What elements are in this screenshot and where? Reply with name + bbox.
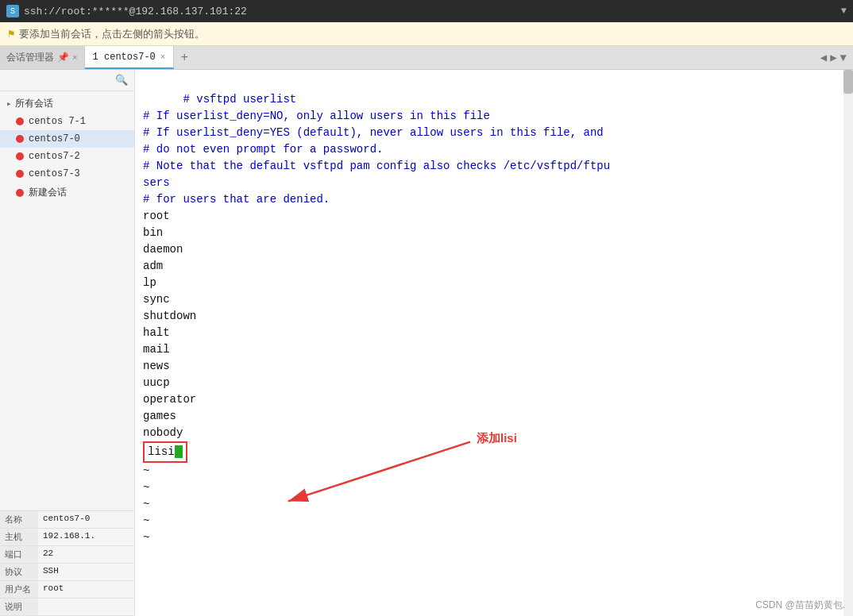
session-name: centos 7-1	[29, 116, 86, 127]
terminal-line: mail	[143, 343, 170, 356]
sidebar-search: 🔍	[0, 70, 134, 91]
info-value-host: 192.168.1.	[38, 529, 100, 545]
notification-icon: ⚑	[8, 27, 14, 40]
notification-text: 要添加当前会话，点击左侧的箭头按钮。	[19, 27, 205, 41]
terminal-line: # If userlist_deny=NO, only allow users …	[143, 110, 490, 122]
info-label-username: 用户名	[0, 581, 38, 598]
terminal-line: sync	[143, 293, 170, 306]
terminal-line: nobody	[143, 426, 183, 439]
tab-menu-icon[interactable]: ▼	[840, 52, 847, 64]
session-manager-tab[interactable]: 会话管理器 📌 ×	[0, 46, 85, 69]
info-label-desc: 说明	[0, 599, 38, 615]
input-box[interactable]: lisi	[143, 441, 187, 463]
info-value-desc	[38, 599, 48, 615]
session-status-dot	[16, 152, 24, 160]
tab-nav-right: ◀ ▶ ▼	[820, 51, 853, 64]
terminal-line: halt	[143, 326, 170, 339]
terminal-line: daemon	[143, 243, 183, 256]
scrollbar-thumb[interactable]	[843, 70, 853, 94]
sidebar-item-centos73[interactable]: centos7-3	[0, 165, 134, 183]
terminal-line: uucp	[143, 376, 170, 389]
terminal-line: # Note that the default vsftpd pam confi…	[143, 160, 610, 189]
info-row-port: 端口 22	[0, 546, 134, 564]
info-row-protocol: 协议 SSH	[0, 564, 134, 581]
terminal-line: # do not even prompt for a password.	[143, 143, 383, 156]
terminal-tilde: ~	[143, 464, 149, 477]
info-label-host: 主机	[0, 529, 38, 545]
info-value-protocol: SSH	[38, 564, 64, 580]
sidebar-item-centos72[interactable]: centos7-2	[0, 148, 134, 165]
active-tab-label: 1 centos7-0	[93, 52, 156, 63]
add-tab-button[interactable]: +	[174, 46, 195, 69]
cursor	[175, 445, 183, 458]
terminal-line: # If userlist_deny=YES (default), never …	[143, 126, 604, 139]
search-icon: 🔍	[115, 74, 128, 87]
terminal-line: games	[143, 410, 176, 422]
active-tab-close[interactable]: ×	[160, 52, 166, 62]
title-bar-text: ssh://root:******@192.168.137.101:22	[24, 6, 247, 17]
notification-bar: ⚑ 要添加当前会话，点击左侧的箭头按钮。	[0, 22, 853, 46]
terminal-line: bin	[143, 226, 163, 239]
session-status-dot	[16, 135, 24, 143]
info-row-host: 主机 192.168.1.	[0, 529, 134, 546]
session-manager-close[interactable]: ×	[72, 53, 78, 63]
info-label-protocol: 协议	[0, 564, 38, 580]
title-bar-left: S ssh://root:******@192.168.137.101:22	[6, 5, 247, 17]
group-expand-icon: ▸	[6, 98, 12, 109]
info-row-username: 用户名 root	[0, 581, 134, 599]
all-sessions-header[interactable]: ▸ 所有会话	[0, 94, 134, 113]
session-name: centos7-2	[29, 151, 80, 162]
session-status-dot	[16, 170, 24, 178]
terminal-tilde: ~	[143, 498, 149, 510]
search-input[interactable]	[6, 75, 115, 86]
info-row-name: 名称 centos7-0	[0, 511, 134, 529]
info-panel: 名称 centos7-0 主机 192.168.1. 端口 22 协议 SSH …	[0, 510, 135, 616]
scrollbar-vertical[interactable]	[843, 70, 853, 616]
info-label-name: 名称	[0, 511, 38, 528]
terminal-line: adm	[143, 260, 163, 272]
terminal-tilde: ~	[143, 514, 149, 527]
session-status-dot	[16, 189, 24, 197]
terminal-area: # vsftpd userlist # If userlist_deny=NO,…	[135, 70, 853, 616]
terminal-line: # vsftpd userlist	[183, 93, 296, 106]
session-name: 新建会话	[29, 186, 67, 199]
info-row-desc: 说明	[0, 599, 134, 616]
session-manager-label: 会话管理器	[6, 51, 54, 64]
info-value-username: root	[38, 581, 68, 598]
session-status-dot	[16, 117, 24, 125]
sidebar-item-centos71[interactable]: centos 7-1	[0, 113, 134, 130]
sidebar-group: ▸ 所有会话 centos 7-1 centos7-0 centos7-2 ce…	[0, 91, 134, 206]
terminal-line: root	[143, 210, 170, 222]
title-bar-chevron-icon[interactable]: ▼	[841, 6, 847, 17]
sidebar-item-centos70[interactable]: centos7-0	[0, 130, 134, 148]
terminal-tilde: ~	[143, 481, 149, 494]
terminal-line: # for users that are denied.	[143, 193, 330, 206]
watermark: CSDN @苗苗奶黄包.	[755, 599, 845, 612]
terminal-line: shutdown	[143, 310, 196, 322]
terminal-line: lp	[143, 276, 156, 289]
sidebar-item-new-session[interactable]: 新建会话	[0, 183, 134, 202]
terminal-tilde: ~	[143, 531, 149, 544]
tab-prev-icon[interactable]: ◀	[820, 51, 827, 64]
active-tab[interactable]: 1 centos7-0 ×	[85, 46, 175, 69]
group-label: 所有会话	[15, 97, 53, 110]
terminal-content[interactable]: # vsftpd userlist # If userlist_deny=NO,…	[135, 70, 853, 616]
input-line: lisi	[143, 445, 187, 458]
info-value-name: centos7-0	[38, 511, 95, 528]
tab-bar: 会话管理器 📌 × 1 centos7-0 × + ◀ ▶ ▼	[0, 46, 853, 70]
terminal-line: news	[143, 360, 170, 372]
session-name: centos7-3	[29, 168, 80, 179]
app-icon: S	[6, 5, 19, 17]
title-bar: S ssh://root:******@192.168.137.101:22 ▼	[0, 0, 853, 22]
terminal-line: operator	[143, 393, 196, 406]
pin-icon: 📌	[57, 52, 69, 64]
info-value-port: 22	[38, 546, 58, 563]
session-name: centos7-0	[29, 133, 80, 144]
info-label-port: 端口	[0, 546, 38, 563]
tab-next-icon[interactable]: ▶	[830, 51, 836, 64]
